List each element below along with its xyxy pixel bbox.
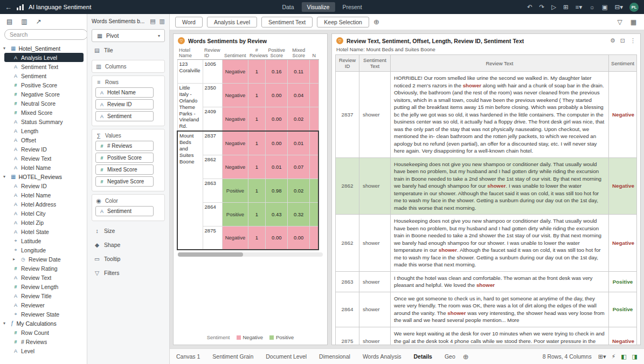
pivot-num-reviews-cell[interactable]: 1 — [248, 131, 266, 155]
dataset-hotel-reviews[interactable]: ▾▦HOTEL_Reviews — [0, 172, 87, 181]
toggle-grammar-panel-icon[interactable]: ◨ — [632, 353, 638, 360]
field-chip-negative-score[interactable]: #Negative Score — [95, 176, 154, 187]
pivot-sentiment-cell[interactable]: Negative — [223, 60, 248, 84]
topbar-tab-present[interactable]: Present — [337, 2, 367, 12]
add-filter-button[interactable]: ⊕ — [373, 18, 379, 25]
field-review-id[interactable]: AReview ID — [0, 181, 87, 190]
grammar-tooltip[interactable]: ▭Tooltip — [87, 252, 169, 266]
field-sentiment-text[interactable]: ASentiment Text — [0, 62, 87, 71]
pivot-num-reviews-cell[interactable]: 1 — [248, 107, 266, 131]
pivot-negative-score-cell[interactable] — [310, 155, 318, 178]
analytics-panel-icon[interactable]: ↗ — [36, 18, 41, 25]
field-review-id[interactable]: AReview ID — [0, 145, 87, 154]
viz-type-selector[interactable]: ▦Pivot▾ — [92, 29, 165, 42]
canvas-tab-words-analysis[interactable]: Words Analysis — [363, 353, 401, 360]
grammar-columns-icon[interactable]: ▥ — [160, 18, 165, 25]
pivot-mixed-score-cell[interactable]: 0.02 — [288, 178, 310, 202]
detail-row[interactable]: 2864showerOnce we got someone to check u… — [336, 292, 637, 327]
field-hotel-city[interactable]: AHotel City — [0, 209, 87, 218]
field-review-text[interactable]: AReview Text — [0, 273, 87, 282]
field-chip-positive-score[interactable]: #Positive Score — [95, 153, 154, 163]
add-canvas-button[interactable]: ⊕ — [463, 353, 469, 360]
pivot-hotel-cell[interactable]: Mount Beds and Suites Boone — [177, 131, 203, 250]
field-chip-reviews[interactable]: ## Reviews — [95, 141, 154, 151]
search-input[interactable] — [4, 29, 87, 40]
pivot-num-reviews-cell[interactable]: 1 — [248, 226, 266, 250]
detail-row[interactable]: 2837showerHORRIBLE! Our room smelled lik… — [336, 72, 637, 158]
filter-pill-word[interactable]: Word — [175, 17, 203, 28]
field-mixed-score[interactable]: #Mixed Score — [0, 108, 87, 117]
caret-down-icon[interactable]: ▾ — [3, 174, 8, 179]
maximize-icon[interactable]: ⊡ — [620, 37, 625, 44]
pivot-positive-score-cell[interactable]: 0.16 — [266, 60, 288, 84]
canvas-tab-details[interactable]: Details — [413, 353, 432, 360]
field-chip-review-id[interactable]: AReview ID — [95, 99, 154, 109]
present-play-icon[interactable]: ▷ — [551, 3, 556, 11]
toggle-data-panel-icon[interactable]: ◧ — [621, 353, 626, 360]
pivot-num-reviews-cell[interactable]: 1 — [248, 84, 266, 107]
filter-icon[interactable]: ▽ — [617, 18, 622, 26]
field-review-text[interactable]: AReview Text — [0, 154, 87, 163]
field-reviews[interactable]: ## Reviews — [0, 337, 87, 346]
field-analysis-level[interactable]: AAnalysis Level — [4, 53, 84, 62]
canvas-tab-geo[interactable]: Geo — [445, 353, 455, 360]
pivot-mixed-score-cell[interactable]: 0.01 — [288, 131, 310, 155]
field-review-date[interactable]: ▸◷Review Date — [0, 255, 87, 264]
pivot-sentiment-cell[interactable]: Negative — [223, 84, 248, 107]
field-level[interactable]: ALevel — [0, 346, 87, 355]
undo-icon[interactable]: ↶ — [527, 3, 532, 11]
field-row-count[interactable]: #Row Count — [0, 328, 87, 337]
filter-pill-sentiment-text[interactable]: Sentiment Text — [261, 17, 313, 28]
pivot-review-id-cell[interactable]: 2350 — [203, 84, 223, 107]
pivot-negative-score-cell[interactable] — [310, 131, 318, 155]
field-reviewer-state[interactable]: ⌖Reviewer State — [0, 310, 87, 319]
pivot-positive-score-cell[interactable]: 0.43 — [266, 202, 288, 226]
pivot-hotel-cell[interactable]: Little Italy - Orlando Theme Parks - Vin… — [177, 84, 203, 132]
pivot-review-id-cell[interactable]: 2875 — [203, 226, 223, 250]
pivot-hotel-cell[interactable]: 123 Coralville — [177, 60, 203, 84]
topbar-tab-data[interactable]: Data — [276, 2, 299, 12]
save-menu-icon[interactable]: ⊟▾ — [615, 3, 623, 11]
field-negative-score[interactable]: #Negative Score — [0, 90, 87, 99]
caret-down-icon[interactable]: ▾ — [3, 321, 8, 326]
pivot-mixed-score-cell[interactable]: 0.07 — [288, 155, 310, 178]
canvas-tab-sentiment-grain[interactable]: Sentiment Grain — [212, 353, 253, 360]
field-hotel-zip[interactable]: AHotel Zip — [0, 218, 87, 227]
field-chip-sentiment[interactable]: ASentiment — [95, 111, 154, 121]
field-sentiment[interactable]: ASentiment — [0, 71, 87, 80]
pivot-negative-score-cell[interactable] — [310, 226, 318, 250]
export-icon[interactable]: ⊞ — [563, 3, 569, 11]
topbar-tab-visualize[interactable]: Visualize — [302, 2, 335, 12]
field-offset[interactable]: AOffset — [0, 135, 87, 145]
canvas-tab-document-level[interactable]: Document Level — [266, 353, 307, 360]
pivot-positive-score-cell[interactable]: 0.00 — [266, 84, 288, 107]
back-button[interactable]: ← — [0, 3, 17, 11]
pivot-review-id-cell[interactable]: 2837 — [203, 131, 223, 155]
data-panel-icon[interactable]: ▤ — [6, 18, 12, 25]
field-hotel-name[interactable]: AHotel Name — [0, 163, 87, 172]
pivot-review-id-cell[interactable]: 2864 — [203, 202, 223, 226]
canvas-tab-canvas-1[interactable]: Canvas 1 — [176, 353, 200, 360]
detail-row[interactable]: 2863showerI thought the hotel was clean … — [336, 271, 637, 292]
pivot-negative-score-cell[interactable] — [310, 107, 318, 131]
field-review-rating[interactable]: #Review Rating — [0, 264, 87, 273]
detail-visualization[interactable]: ▽ Review Text, Sentiment, Offset, Length… — [331, 33, 641, 345]
dataset-hotel-sentiment[interactable]: ▾▦Hotel_Sentiment — [0, 44, 87, 53]
pivot-mixed-score-cell[interactable]: 0.32 — [288, 202, 310, 226]
grammar-section-columns[interactable]: ▥Columns — [92, 60, 165, 73]
field-length[interactable]: ALength — [0, 126, 87, 135]
pivot-sentiment-cell[interactable]: Negative — [223, 131, 248, 155]
field-reviewer[interactable]: AReviewer — [0, 300, 87, 310]
grammar-filters[interactable]: ▽Filters — [87, 266, 169, 280]
grammar-size[interactable]: ↕Size — [87, 224, 169, 238]
pivot-num-reviews-cell[interactable]: 1 — [248, 202, 266, 226]
pivot-num-reviews-cell[interactable]: 1 — [248, 178, 266, 202]
pivot-positive-score-cell[interactable]: 0.00 — [266, 131, 288, 155]
detail-row[interactable]: 2875showerWe were kept waiting at the de… — [336, 327, 637, 345]
pivot-review-id-cell[interactable]: 2862 — [203, 155, 223, 178]
field-hotel-state[interactable]: AHotel State — [0, 227, 87, 236]
pivot-positive-score-cell[interactable]: 0.01 — [266, 155, 288, 178]
auto-insights-icon[interactable]: ☼ — [589, 4, 595, 10]
pivot-negative-score-cell[interactable] — [310, 84, 318, 107]
visualizations-panel-icon[interactable]: ▥ — [21, 18, 27, 25]
